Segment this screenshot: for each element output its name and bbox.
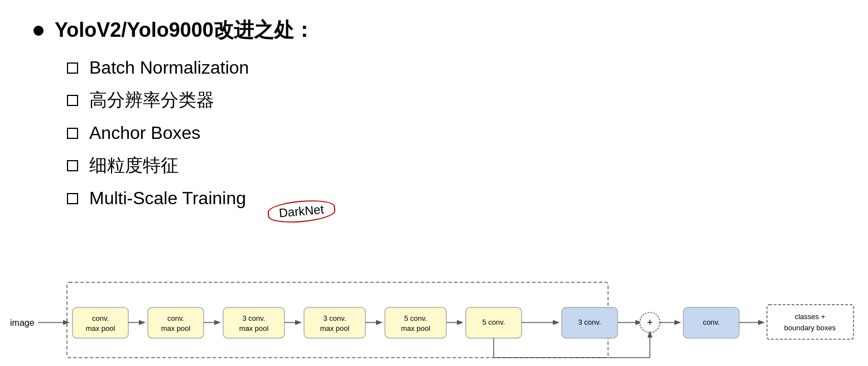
output-line2: boundary boxes <box>784 324 836 332</box>
list-item: Batch Normalization <box>67 57 835 78</box>
node-image-label: image <box>10 318 35 328</box>
item-label: 细粒度特征 <box>89 153 179 178</box>
sub-items-list: Batch Normalization 高分辨率分类器 Anchor Boxes… <box>33 57 835 209</box>
plus-icon: + <box>647 317 653 328</box>
item-label: 高分辨率分类器 <box>89 88 214 113</box>
node2-line2: max pool <box>161 324 191 333</box>
node6-label: 5 conv. <box>483 318 505 326</box>
svg-rect-10 <box>385 307 446 338</box>
checkbox-icon <box>67 95 78 106</box>
list-item: 高分辨率分类器 <box>67 88 835 113</box>
node7-label: 3 conv. <box>578 318 601 326</box>
node5-line2: max pool <box>401 324 431 333</box>
node4-line2: max pool <box>320 324 350 333</box>
list-item: Anchor Boxes <box>67 123 835 143</box>
item-label: Anchor Boxes <box>89 123 200 143</box>
output-line1: classes + <box>795 312 826 321</box>
node5-line1: 5 conv. <box>404 314 427 322</box>
item-label: Batch Normalization <box>89 57 249 78</box>
node3-line1: 3 conv. <box>243 314 266 322</box>
item-label: Multi-Scale Training <box>89 188 246 209</box>
svg-rect-4 <box>148 307 204 338</box>
node1-line1: conv. <box>92 314 109 322</box>
node3-line2: max pool <box>239 324 269 333</box>
checkbox-icon <box>67 128 78 139</box>
list-item: 细粒度特征 <box>67 153 835 178</box>
bullet-dot-icon <box>33 26 44 36</box>
svg-rect-20 <box>767 305 853 339</box>
svg-rect-8 <box>304 307 365 338</box>
node8-label: conv. <box>703 318 720 326</box>
node4-line1: 3 conv. <box>324 314 346 322</box>
page-title: YoloV2/Yolo9000改进之处： <box>55 17 314 44</box>
checkbox-icon <box>67 62 78 74</box>
bullet-title: YoloV2/Yolo9000改进之处： <box>33 17 835 44</box>
list-item: Multi-Scale Training <box>67 188 835 209</box>
svg-rect-6 <box>223 307 284 338</box>
svg-rect-2 <box>73 307 128 338</box>
diagram-area: image conv. max pool conv. max pool 3 co… <box>0 277 868 366</box>
checkbox-icon <box>67 160 78 171</box>
main-content: YoloV2/Yolo9000改进之处： Batch Normalization… <box>0 0 868 235</box>
checkbox-icon <box>67 193 78 204</box>
node1-line2: max pool <box>86 324 115 333</box>
node2-line1: conv. <box>167 314 184 322</box>
network-diagram: image conv. max pool conv. max pool 3 co… <box>0 277 868 366</box>
